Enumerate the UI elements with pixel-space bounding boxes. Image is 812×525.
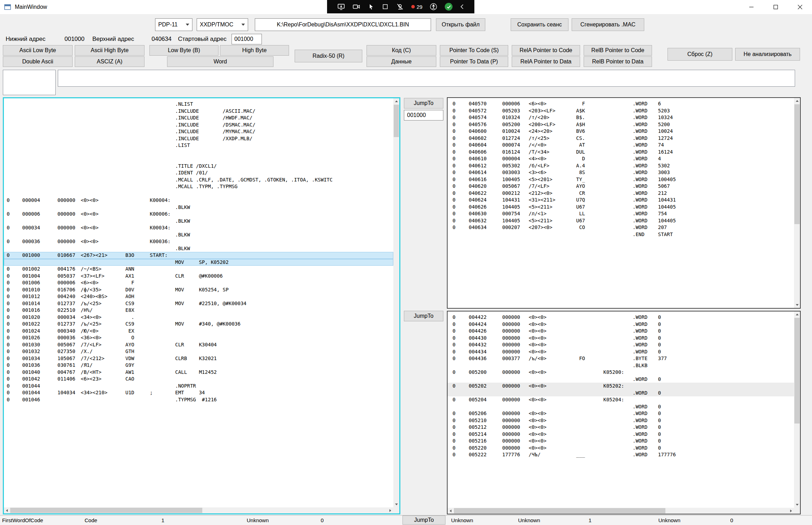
btn-ascii-low-byte[interactable]: Ascii Low Byte — [3, 45, 73, 56]
listing-row[interactable]: 0001020000034<34><0>. — [4, 314, 393, 321]
btn-high-byte[interactable]: High Byte — [220, 45, 289, 56]
region-select-icon[interactable] — [382, 3, 389, 10]
listing-row[interactable]: 0005210000000<0><0>.WORD0 — [448, 417, 794, 424]
listing-row[interactable]: 0001032027350/X./GTH — [4, 348, 393, 355]
listing-row[interactable]: 0004430000000<0><0>.WORD0 — [448, 335, 794, 342]
listing-row[interactable]: 0040634000207<207><0>CO.WORD207 — [448, 224, 794, 231]
listing-row[interactable]: 0001044104034<34><210>U1D;EMT 34 — [4, 389, 393, 396]
listing-row-instruction[interactable]: .WORD0 — [448, 376, 794, 383]
jumpto-button-top[interactable]: JumpTo — [404, 98, 443, 109]
scrollbar-thumb[interactable] — [794, 318, 800, 424]
scroll-left-arrow[interactable] — [448, 508, 454, 514]
scroll-right-arrow[interactable] — [387, 507, 393, 513]
listing-row[interactable]: 0005202000000<0><0>K05202: — [448, 383, 794, 390]
listing-row[interactable]: 0040612005302/б/<LF>A.4.WORD5302 — [448, 162, 794, 169]
listing-row-instruction[interactable]: .BLKW — [4, 204, 393, 211]
listing-row[interactable]: 0040630000754/л/<1>LL.WORD754 — [448, 210, 794, 217]
scroll-down-arrow[interactable] — [393, 501, 399, 507]
scrollbar-thumb[interactable] — [454, 508, 665, 513]
listing-row[interactable]: 0005216000000<0><0>.WORD0 — [448, 438, 794, 445]
listing-row[interactable]: 0004436000377/ъ/<0>FO.BYTE377 — [448, 355, 794, 362]
listing-row[interactable]: 0040574010324/т/<20>B$..WORD10324 — [448, 114, 794, 121]
left-horizontal-scrollbar[interactable] — [4, 507, 393, 513]
listing-row[interactable]: 0005204000000<0><0>K05204: — [448, 396, 794, 403]
cpu-combobox[interactable]: PDP-11 — [155, 18, 192, 31]
listing-row[interactable]: 0001000010667<267><21>B3OSTART: — [4, 252, 393, 259]
generate-mac-button[interactable]: Сгенерировать .MAC — [572, 18, 644, 31]
data-panel-bottom-right[interactable]: 0004422000000<0><0>.WORD00004424000000<0… — [447, 311, 801, 514]
listing-row[interactable]: 0040570000006<6><0>F.WORD6 — [448, 100, 794, 107]
listing-row[interactable]: 0001034105067/7/<212>VDWCLRB K32021 — [4, 355, 393, 362]
listing-row[interactable]: 0000034000000<0><0>K00034: — [4, 224, 393, 231]
listing-row[interactable]: 0040576005200<200><LF>A$H.WORD5200 — [448, 121, 794, 128]
listing-row[interactable]: 0040606016124/T/<34>DUL.WORD16124 — [448, 149, 794, 156]
listing-row[interactable]: 0001030005067/7/<LF>AYOCLR K30404 — [4, 341, 393, 348]
file-path-input[interactable]: K:\Repo\ForDebug\DisAsm\XXDP\DXCL\DXCL1.… — [255, 18, 431, 31]
btn-code[interactable]: Код (C) — [367, 45, 436, 56]
listing-row[interactable]: 0040626104405<5><211>U67.WORD104405 — [448, 204, 794, 211]
listing-row[interactable]: 0000036000000<0><0>K00036: — [4, 238, 393, 245]
listing-row[interactable]: 0001040004767/В/<HT>AW1CALL M12452 — [4, 369, 393, 376]
btn-double-ascii[interactable]: Double Ascii — [3, 56, 73, 67]
btn-asciz[interactable]: ASCIZ (A) — [75, 56, 144, 67]
btn-reset[interactable]: Сброс (Z) — [668, 48, 732, 61]
right-bottom-vertical-scrollbar[interactable] — [794, 311, 800, 508]
listing-row[interactable]: 0001036030761/Я1/G9Y — [4, 362, 393, 369]
listing-row-instruction[interactable]: .WORD0 — [448, 403, 794, 410]
listing-row[interactable]: 0005220000000<0><0>.WORD0 — [448, 445, 794, 452]
screen-share-icon[interactable] — [337, 3, 345, 11]
cursor-icon[interactable] — [367, 3, 374, 10]
format-combobox[interactable]: XXDP/TMOC — [197, 18, 248, 31]
btn-rela-pointer-to-code[interactable]: RelA Pointer to Code — [512, 45, 580, 56]
listing-row[interactable]: 0005212000000<0><0>.WORD0 — [448, 424, 794, 431]
listing-row-instruction[interactable]: MOV SP, K05202 — [4, 259, 393, 266]
btn-low-byte[interactable]: Low Byte (B) — [149, 45, 219, 56]
scroll-right-arrow[interactable] — [788, 508, 794, 514]
jumpto-button-bottom[interactable]: JumpTo — [402, 515, 445, 525]
listing-row[interactable]: 0001006000006<6><0>F — [4, 279, 393, 286]
listing-row[interactable]: 0004432000000<0><0>.WORD0 — [448, 341, 794, 348]
data-panel-top-right[interactable]: 0040570000006<6><0>F.WORD60040572005203<… — [447, 97, 801, 309]
btn-relb-pointer-to-code[interactable]: RelB Pointer to Code — [584, 45, 652, 56]
label-listbox[interactable] — [3, 70, 56, 95]
listing-row[interactable]: 0001022012737/ъ/<25>CS9MOV #340, @#K0003… — [4, 321, 393, 328]
listing-row[interactable]: 0001016022510/H%/E8X — [4, 307, 393, 314]
scrollbar-thumb[interactable] — [10, 508, 202, 513]
listing-row[interactable]: 0040622000212<212><0>CR.WORD212 — [448, 190, 794, 197]
listing-row[interactable]: .ENDSTART — [448, 231, 794, 238]
scroll-down-arrow[interactable] — [794, 502, 800, 508]
listing-row[interactable]: 0001012004240<240><BS>AOH — [4, 293, 393, 300]
collapse-chevron-icon[interactable] — [460, 4, 464, 10]
listing-row[interactable]: 0004424000000<0><0>.WORD0 — [448, 321, 794, 328]
listing-row-instruction[interactable]: .WORD0 — [448, 390, 794, 397]
btn-no-analyze[interactable]: Не анализировать — [735, 48, 800, 61]
maximize-button[interactable] — [763, 0, 788, 14]
listing-row-instruction[interactable]: .BLKW — [4, 245, 393, 252]
listing-row[interactable]: 0005214000000<0><0>.WORD0 — [448, 431, 794, 438]
message-box[interactable] — [58, 70, 795, 87]
listing-row[interactable]: 0000004000000<0><0>K00004: — [4, 197, 393, 204]
listing-row-instruction[interactable]: .BLKW — [4, 218, 393, 225]
minimize-button[interactable] — [739, 0, 763, 14]
disassembly-panel-left[interactable]: .NLIST.INCLUDE /ASCII.MAC/.INCLUDE /HWDF… — [3, 97, 400, 514]
btn-ascii-high-byte[interactable]: Ascii High Byte — [75, 45, 144, 56]
listing-row[interactable]: 0004426000000<0><0>.WORD0 — [448, 328, 794, 335]
listing-row[interactable]: 0001024000340/Ю/<0>EX — [4, 328, 393, 335]
listing-row[interactable]: 0001004005037<37><LF>AX1CLR @#K00006 — [4, 273, 393, 280]
btn-word[interactable]: Word — [167, 56, 273, 67]
scroll-up-arrow[interactable] — [393, 98, 399, 104]
listing-row[interactable]: 0001002004176/~/<BS>ANN — [4, 266, 393, 273]
jumpto-address-input[interactable]: 001000 — [404, 110, 443, 121]
listing-row[interactable]: 0040604000074/</<0>AT.WORD74 — [448, 142, 794, 149]
listing-row[interactable]: 0000006000000<0><0>K00006: — [4, 211, 393, 218]
left-vertical-scrollbar[interactable] — [393, 98, 399, 507]
listing-row[interactable]: 0040632104405<5><211>U67.WORD104405 — [448, 217, 794, 224]
video-camera-icon[interactable] — [352, 3, 360, 11]
scrollbar-thumb[interactable] — [394, 105, 399, 137]
listing-row[interactable]: 0040620005067/7/<LF>AYO.WORD5067 — [448, 183, 794, 190]
listing-row[interactable]: 0004422000000<0><0>.WORD0 — [448, 314, 794, 321]
listing-row-instruction[interactable]: .BLKW — [4, 231, 393, 239]
scroll-down-arrow[interactable] — [794, 302, 800, 308]
listing-row[interactable]: 0005206000000<0><0>.WORD0 — [448, 410, 794, 417]
close-button[interactable] — [788, 0, 812, 14]
